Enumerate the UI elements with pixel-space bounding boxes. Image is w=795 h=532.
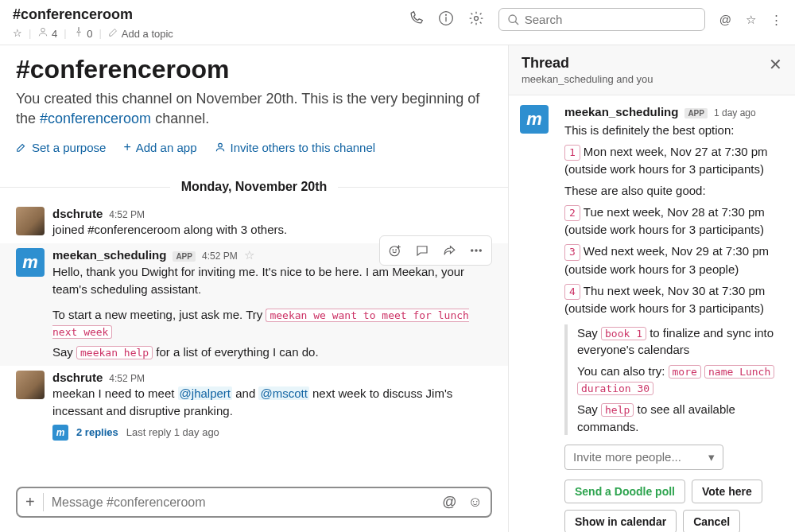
mention-icon[interactable]: @ xyxy=(442,494,456,511)
avatar[interactable]: m xyxy=(16,248,45,277)
channel-header: #conferenceroom ☆ | 4 | 0 | Add a topic xyxy=(0,0,795,45)
timestamp: 4:52 PM xyxy=(202,250,238,262)
svg-line-6 xyxy=(515,21,518,25)
svg-point-11 xyxy=(471,250,473,251)
svg-point-12 xyxy=(475,250,477,251)
add-topic[interactable]: Add a topic xyxy=(108,26,173,40)
message-row: dschrute4:52 PM meekan I need to meet @j… xyxy=(0,366,508,445)
share-icon[interactable] xyxy=(437,239,461,262)
star-channel-icon[interactable]: ☆ xyxy=(746,13,756,27)
call-icon[interactable] xyxy=(408,10,424,29)
attach-icon[interactable]: + xyxy=(25,493,44,511)
svg-point-7 xyxy=(218,144,222,148)
thread-subtitle: meekan_scheduling and you xyxy=(522,73,769,85)
intro-channel-link[interactable]: #conferenceroom xyxy=(40,111,151,126)
svg-point-4 xyxy=(474,17,478,21)
cancel-button[interactable]: Cancel xyxy=(683,510,740,533)
svg-point-3 xyxy=(445,14,446,15)
sender-name[interactable]: dschrute xyxy=(52,371,103,384)
sender-name[interactable]: meekan_scheduling xyxy=(52,248,166,262)
pin-count[interactable]: 0 xyxy=(73,26,93,40)
more-actions-icon[interactable] xyxy=(464,239,488,262)
svg-point-13 xyxy=(479,250,481,251)
message-row: m meekan_scheduling APP 4:52 PM ☆ Hello,… xyxy=(0,243,508,366)
set-purpose-link[interactable]: Set a purpose xyxy=(16,140,106,154)
mentions-icon[interactable]: @ xyxy=(719,13,731,26)
member-count[interactable]: 4 xyxy=(37,26,57,40)
timestamp: 4:52 PM xyxy=(109,209,145,220)
sender-name[interactable]: meekan_scheduling xyxy=(564,105,678,118)
emoji-icon[interactable]: ☺ xyxy=(468,494,483,511)
svg-point-10 xyxy=(396,250,397,250)
avatar-small: m xyxy=(52,425,68,441)
intro-title: #conferenceroom xyxy=(16,55,492,84)
sender-name[interactable]: dschrute xyxy=(52,207,103,220)
thread-icon[interactable] xyxy=(410,239,434,262)
timestamp: 4:52 PM xyxy=(109,373,145,384)
svg-point-9 xyxy=(393,250,394,250)
message-text: Hello, thank you Dwight for inviting me.… xyxy=(52,263,492,361)
message-composer[interactable]: + @ ☺ xyxy=(16,487,492,518)
app-badge: APP xyxy=(684,108,708,118)
avatar[interactable] xyxy=(16,207,45,235)
invite-others-link[interactable]: Invite others to this channel xyxy=(215,140,376,154)
quote-block: Say book 1 to finalize and sync into eve… xyxy=(564,324,784,435)
settings-icon[interactable] xyxy=(468,10,484,29)
add-app-link[interactable]: +Add an app xyxy=(123,140,196,154)
star-icon[interactable]: ☆ xyxy=(244,248,254,262)
search-input[interactable] xyxy=(498,8,705,31)
message-hover-actions xyxy=(379,235,492,266)
send-doodle-button[interactable]: Send a Doodle poll xyxy=(564,480,685,503)
more-icon[interactable]: ⋮ xyxy=(770,13,782,27)
invite-people-select[interactable]: Invite more people... ▾ xyxy=(564,445,723,470)
show-calendar-button[interactable]: Show in calendar xyxy=(564,510,677,533)
app-badge: APP xyxy=(173,251,196,262)
channel-intro: #conferenceroom You created this channel… xyxy=(0,45,508,165)
date-divider: Monday, November 20th xyxy=(0,180,508,194)
thread-title: Thread xyxy=(522,55,769,72)
chevron-down-icon: ▾ xyxy=(708,450,715,464)
intro-text: You created this channel on November 20t… xyxy=(16,89,492,129)
info-icon[interactable] xyxy=(438,10,454,29)
timestamp: 1 day ago xyxy=(714,107,756,118)
avatar[interactable]: m xyxy=(520,105,549,134)
star-icon[interactable]: ☆ xyxy=(13,27,22,39)
mention[interactable]: @jhalpert xyxy=(178,386,232,400)
thread-summary[interactable]: m 2 replies Last reply 1 day ago xyxy=(52,425,492,441)
svg-point-5 xyxy=(509,15,516,22)
svg-point-0 xyxy=(41,28,45,32)
search-icon xyxy=(507,14,520,26)
mention[interactable]: @mscott xyxy=(258,386,308,400)
composer-input[interactable] xyxy=(52,495,443,510)
thread-pane: Thread meekan_scheduling and you ✕ m mee… xyxy=(509,45,795,532)
close-icon[interactable]: ✕ xyxy=(769,55,782,74)
add-reaction-icon[interactable] xyxy=(383,239,407,262)
channel-pane: #conferenceroom You created this channel… xyxy=(0,45,509,532)
avatar[interactable] xyxy=(16,371,45,399)
svg-point-8 xyxy=(390,247,399,256)
vote-button[interactable]: Vote here xyxy=(692,480,762,503)
message-text: meekan I need to meet @jhalpert and @msc… xyxy=(52,385,492,420)
channel-name[interactable]: #conferenceroom xyxy=(13,6,408,23)
